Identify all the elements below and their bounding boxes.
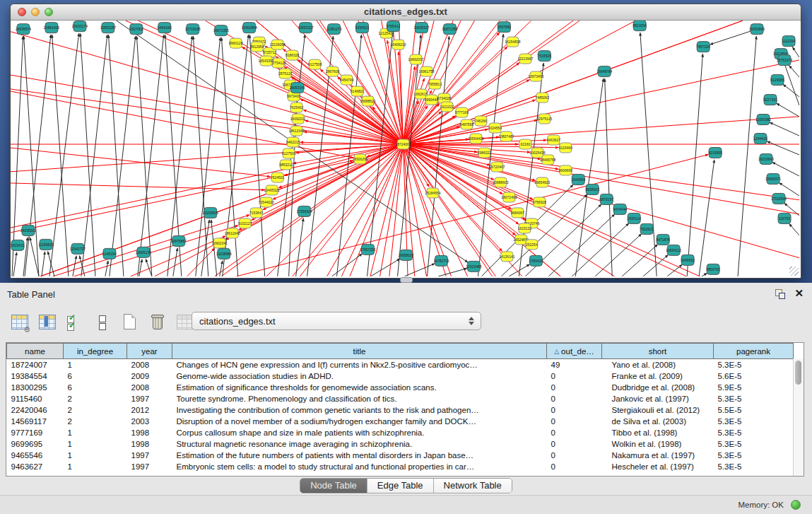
network-node[interactable]: 8813054 — [632, 21, 647, 31]
table-cell[interactable]: 0 — [547, 450, 602, 461]
table-row[interactable]: 977716911998Corpus callosum shape and si… — [7, 427, 794, 438]
network-graph[interactable]: 1872400773534729725712127541252875122306… — [11, 21, 799, 276]
network-node[interactable]: 11381273 — [326, 24, 342, 35]
table-cell[interactable]: Wolkin et al. (1998) — [602, 438, 714, 450]
network-node[interactable]: 7932621 — [640, 223, 654, 234]
network-node[interactable]: 9756928 — [533, 197, 547, 207]
network-node[interactable]: 6466160 — [158, 23, 172, 33]
network-node[interactable]: 20206505 — [203, 207, 218, 218]
table-cell[interactable]: 5.5E-5 — [714, 404, 794, 416]
network-node[interactable]: 2935114 — [628, 213, 641, 223]
table-cell[interactable]: 0 — [547, 438, 602, 450]
network-node[interactable]: 13238986 — [216, 248, 232, 259]
table-cell[interactable]: 1998 — [127, 427, 172, 438]
show-column-icon[interactable] — [37, 312, 57, 333]
network-node[interactable]: 16782733 — [433, 255, 449, 266]
table-scrollbar-thumb[interactable] — [795, 361, 801, 385]
network-node[interactable]: 20564436 — [468, 134, 483, 144]
tab-node-table[interactable]: Node Table — [300, 479, 367, 493]
network-node[interactable]: 17957255 — [360, 244, 375, 255]
network-node[interactable]: 10973493 — [528, 71, 543, 81]
network-node[interactable]: 8938923 — [586, 184, 600, 194]
table-row[interactable]: 1830029562008Estimation of significance … — [7, 382, 794, 393]
table-cell[interactable]: 22420046 — [7, 404, 64, 416]
table-cell[interactable]: 1997 — [127, 461, 172, 472]
network-node[interactable]: 7153647 — [249, 208, 264, 218]
network-node[interactable]: 9990448 — [425, 95, 439, 105]
table-cell[interactable]: 14569117 — [7, 416, 64, 427]
network-node[interactable]: 252254 — [526, 240, 538, 250]
table-cell[interactable]: 1 — [64, 450, 127, 461]
table-cell[interactable]: 18300295 — [7, 382, 64, 393]
network-node[interactable]: 15688520 — [360, 96, 375, 106]
table-cell[interactable]: 1 — [64, 427, 127, 438]
table-cell[interactable]: Embryonic stem cells: a model to study s… — [172, 461, 547, 472]
table-cell[interactable]: 9699695 — [7, 438, 64, 450]
network-node[interactable]: 116753 — [778, 213, 791, 223]
table-cell[interactable]: Nakamura et al. (1997) — [602, 450, 714, 461]
network-node[interactable]: 16961758 — [418, 66, 434, 76]
network-node[interactable]: 28495758 — [540, 155, 555, 165]
table-row[interactable]: 911546021997Tourette syndrome. Phenomeno… — [7, 393, 794, 404]
table-cell[interactable]: 9465546 — [7, 450, 64, 461]
table-cell[interactable]: 5.3E-5 — [714, 450, 794, 461]
table-cell[interactable]: 2008 — [127, 359, 172, 371]
network-node[interactable]: 9215955 — [708, 148, 722, 158]
table-cell[interactable]: 2009 — [127, 370, 172, 382]
network-node[interactable]: 746266 — [475, 116, 487, 126]
network-node[interactable]: 11156829 — [38, 239, 54, 250]
table-row[interactable]: 946362711997Embryonic stem cells: a mode… — [7, 461, 794, 472]
column-header-title[interactable]: title — [172, 344, 547, 359]
table-cell[interactable]: Genome-wide association studies in ADHD. — [172, 370, 547, 382]
table-cell[interactable]: 0 — [547, 393, 602, 404]
network-node[interactable]: 10465321 — [264, 185, 280, 195]
table-cell[interactable]: 0 — [547, 370, 602, 382]
table-cell[interactable]: 2003 — [127, 416, 172, 427]
network-node[interactable]: 1244415 — [753, 134, 767, 144]
table-cell[interactable]: 5.3E-5 — [714, 393, 794, 404]
network-node[interactable]: 1615132 — [518, 223, 532, 233]
table-cell[interactable]: 1997 — [127, 450, 172, 461]
table-cell[interactable]: 2 — [64, 404, 127, 416]
network-node[interactable]: 15184554 — [425, 188, 440, 198]
network-node[interactable]: 7625402 — [290, 103, 304, 112]
network-node[interactable]: 19362868 — [242, 23, 257, 33]
table-cell[interactable]: Changes of HCN gene expression and I(f) … — [172, 359, 547, 371]
table-cell[interactable]: Estimation of the future numbers of pati… — [172, 450, 547, 461]
table-cell[interactable]: 9115460 — [7, 393, 64, 404]
network-node[interactable]: 1621022 — [440, 102, 454, 112]
network-node[interactable]: 1145194 — [102, 248, 116, 259]
network-node[interactable]: 16154838 — [505, 37, 520, 47]
table-cell[interactable]: 49 — [547, 359, 602, 371]
network-node[interactable]: 12905135 — [136, 247, 151, 257]
table-cell[interactable]: 5.3E-5 — [714, 461, 794, 472]
table-cell[interactable]: Disruption of a novel member of a sodium… — [172, 416, 547, 427]
network-node[interactable]: 16671355 — [213, 25, 229, 36]
table-row[interactable]: 969969511998Structural magnetic resonanc… — [7, 438, 794, 450]
network-node[interactable]: 10807487 — [498, 132, 514, 141]
table-cell[interactable]: 5.3E-5 — [714, 438, 794, 450]
table-cell[interactable]: Structural magnetic resonance image aver… — [172, 438, 547, 450]
window-resize-grip[interactable] — [789, 267, 799, 276]
table-cell[interactable]: 1998 — [127, 438, 172, 450]
network-node[interactable]: 8765412 — [387, 21, 401, 32]
delete-column-icon[interactable] — [148, 312, 167, 333]
table-cell[interactable]: 1997 — [127, 393, 172, 404]
network-node[interactable]: 18300295 — [352, 154, 367, 164]
create-column-icon[interactable] — [120, 312, 140, 333]
table-cell[interactable]: de Silva et al. (2003) — [602, 416, 714, 427]
network-node[interactable]: 13226058 — [270, 40, 286, 49]
network-node[interactable]: 9129965 — [770, 75, 784, 86]
close-panel-icon[interactable]: ✕ — [794, 287, 804, 300]
network-node[interactable]: 10719185 — [185, 24, 201, 35]
network-node[interactable]: 9463627 — [547, 135, 561, 145]
network-node[interactable]: 9102127 — [238, 218, 252, 228]
table-cell[interactable]: Stergiakouli et al. (2012) — [602, 404, 714, 416]
network-node[interactable]: 16210643 — [758, 153, 774, 164]
network-node[interactable]: 6497568 — [460, 119, 474, 129]
table-cell[interactable]: 5.3E-5 — [714, 427, 794, 438]
table-cell[interactable]: 5.3E-5 — [714, 416, 794, 427]
table-cell[interactable]: Tourette syndrome. Phenomenology and cla… — [172, 393, 547, 404]
network-node[interactable]: 9853211 — [279, 160, 293, 170]
network-node[interactable]: 2875122 — [278, 69, 293, 78]
